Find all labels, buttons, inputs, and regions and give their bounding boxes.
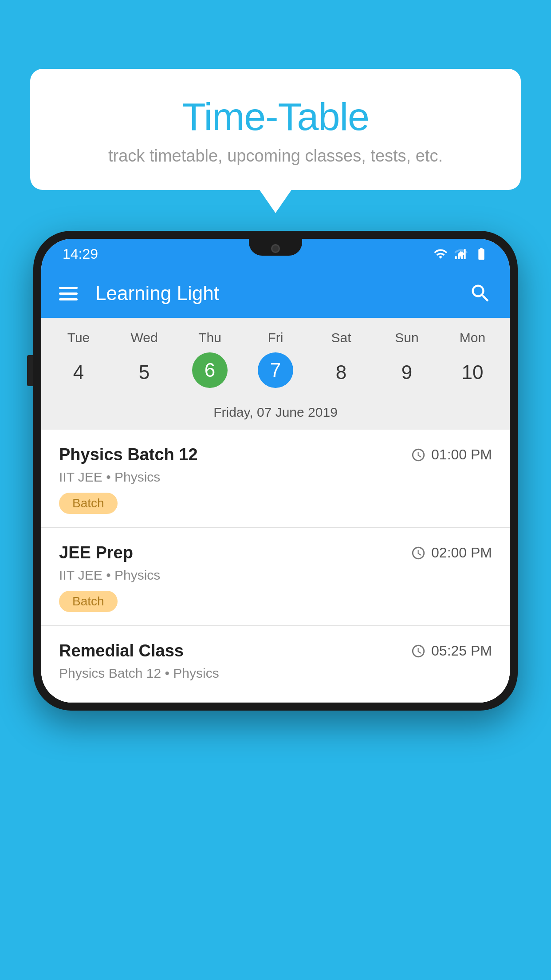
day-10[interactable]: 10 <box>440 352 505 392</box>
speech-bubble-card: Time-Table track timetable, upcoming cla… <box>30 69 521 190</box>
schedule-item-subtitle-2: Physics Batch 12 • Physics <box>59 666 492 681</box>
batch-badge-1: Batch <box>59 591 118 612</box>
clock-icon-2 <box>411 644 426 659</box>
day-6-today[interactable]: 6 <box>192 352 228 388</box>
day-9[interactable]: 9 <box>374 352 440 392</box>
wifi-icon <box>433 247 448 261</box>
phone-frame: 14:29 <box>33 231 518 711</box>
schedule-item-subtitle-0: IIT JEE • Physics <box>59 470 492 485</box>
schedule-item-time-1: 02:00 PM <box>411 545 492 561</box>
schedule-item-time-0: 01:00 PM <box>411 447 492 463</box>
schedule-item-1[interactable]: JEE Prep 02:00 PM IIT JEE • Physics Batc… <box>41 528 510 626</box>
schedule-time-text-0: 01:00 PM <box>431 447 492 463</box>
day-header-tue: Tue <box>46 327 111 349</box>
svg-rect-0 <box>455 256 457 259</box>
schedule-item-header-1: JEE Prep 02:00 PM <box>59 543 492 562</box>
day-header-wed: Wed <box>111 327 177 349</box>
schedule-list: Physics Batch 12 01:00 PM IIT JEE • Phys… <box>41 430 510 703</box>
day-header-thu: Thu <box>177 327 243 349</box>
day-numbers: 4 5 6 7 8 9 10 <box>41 349 510 400</box>
day-8[interactable]: 8 <box>308 352 374 392</box>
calendar-strip: Tue Wed Thu Fri Sat Sun Mon 4 5 6 7 8 9 … <box>41 318 510 430</box>
phone-mockup: 14:29 <box>33 231 518 711</box>
schedule-item-2[interactable]: Remedial Class 05:25 PM Physics Batch 12… <box>41 626 510 703</box>
camera <box>271 244 280 253</box>
hamburger-menu-button[interactable] <box>59 287 78 300</box>
status-time: 14:29 <box>63 246 98 262</box>
day-7-selected[interactable]: 7 <box>258 352 293 388</box>
clock-icon-1 <box>411 545 426 561</box>
svg-rect-1 <box>458 254 460 259</box>
phone-notch <box>249 239 302 256</box>
app-bar: Learning Light <box>41 269 510 318</box>
svg-rect-3 <box>464 249 466 259</box>
day-5[interactable]: 5 <box>111 352 177 392</box>
schedule-item-subtitle-1: IIT JEE • Physics <box>59 568 492 583</box>
schedule-item-header-0: Physics Batch 12 01:00 PM <box>59 445 492 464</box>
day-header-sun: Sun <box>374 327 440 349</box>
batch-badge-0: Batch <box>59 493 118 514</box>
day-4[interactable]: 4 <box>46 352 111 392</box>
status-icons <box>433 247 488 261</box>
bubble-subtitle: track timetable, upcoming classes, tests… <box>66 146 485 166</box>
svg-rect-2 <box>461 252 463 259</box>
schedule-item-title-0: Physics Batch 12 <box>59 445 198 464</box>
day-header-fri: Fri <box>243 327 308 349</box>
day-header-mon: Mon <box>440 327 505 349</box>
selected-date-label: Friday, 07 June 2019 <box>41 400 510 430</box>
schedule-item-title-1: JEE Prep <box>59 543 133 562</box>
battery-icon <box>474 247 488 261</box>
schedule-item-header-2: Remedial Class 05:25 PM <box>59 641 492 660</box>
search-button[interactable] <box>469 282 492 305</box>
signal-icon <box>454 247 468 261</box>
speech-bubble-section: Time-Table track timetable, upcoming cla… <box>30 69 521 190</box>
day-header-sat: Sat <box>308 327 374 349</box>
clock-icon-0 <box>411 447 426 462</box>
bubble-title: Time-Table <box>66 95 485 138</box>
day-headers: Tue Wed Thu Fri Sat Sun Mon <box>41 327 510 349</box>
schedule-item-0[interactable]: Physics Batch 12 01:00 PM IIT JEE • Phys… <box>41 430 510 528</box>
app-bar-title: Learning Light <box>95 282 451 304</box>
phone-screen: 14:29 <box>41 239 510 703</box>
schedule-time-text-2: 05:25 PM <box>431 643 492 659</box>
schedule-item-title-2: Remedial Class <box>59 641 184 660</box>
schedule-item-time-2: 05:25 PM <box>411 643 492 659</box>
schedule-time-text-1: 02:00 PM <box>431 545 492 561</box>
